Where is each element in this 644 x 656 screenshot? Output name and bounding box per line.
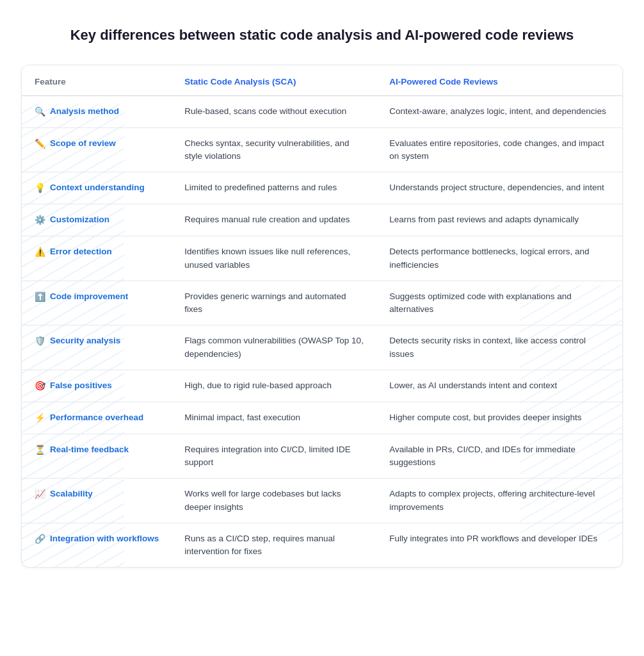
link-icon: 🔗: [35, 532, 45, 546]
warning-icon: ⚠️: [35, 245, 45, 259]
feature-cell: ⬆️ Code improvement: [22, 281, 172, 325]
col-header-ai: AI-Powered Code Reviews: [376, 65, 622, 96]
feature-cell: 🔗 Integration with workflows: [22, 523, 172, 567]
chart-icon: 📈: [35, 488, 45, 501]
table-row: ⬆️ Code improvement Provides generic war…: [22, 281, 622, 325]
table-row: ⚠️ Error detection Identifies known issu…: [22, 236, 622, 281]
comparison-table-container: Feature Static Code Analysis (SCA) AI-Po…: [21, 65, 623, 568]
ai-cell: Fully integrates into PR workflows and d…: [376, 523, 622, 567]
feature-label: Error detection: [50, 245, 112, 258]
feature-label: Customization: [50, 213, 109, 226]
table-row: ✏️ Scope of review Checks syntax, securi…: [22, 127, 622, 172]
feature-cell: 🎯 False positives: [22, 370, 172, 402]
feature-cell: 🛡️ Security analysis: [22, 325, 172, 370]
feature-label: Scalability: [50, 488, 93, 500]
target-icon: 🎯: [35, 379, 45, 393]
ai-cell: Learns from past reviews and adapts dyna…: [376, 204, 622, 236]
ai-cell: Understands project structure, dependenc…: [376, 172, 622, 204]
sca-cell: Flags common vulnerabilities (OWASP Top …: [172, 325, 376, 370]
feature-cell: ⚠️ Error detection: [22, 236, 172, 281]
feature-label: Integration with workflows: [50, 532, 159, 545]
page-title: Key differences between static code anal…: [70, 26, 574, 45]
table-row: ⏳ Real-time feedback Requires integratio…: [22, 434, 622, 479]
ai-cell: Detects security risks in context, like …: [376, 325, 622, 370]
feature-label: Security analysis: [50, 334, 120, 347]
feature-label: Real-time feedback: [50, 443, 129, 456]
ai-cell: Lower, as AI understands intent and cont…: [376, 370, 622, 402]
sca-cell: Requires manual rule creation and update…: [172, 204, 376, 236]
feature-label: Performance overhead: [50, 411, 143, 424]
feature-cell: 📈 Scalability: [22, 479, 172, 523]
hourglass-icon: ⏳: [35, 443, 45, 457]
shield-icon: 🛡️: [35, 334, 45, 348]
search-icon: 🔍: [35, 105, 45, 119]
table-row: 🔗 Integration with workflows Runs as a C…: [22, 523, 622, 567]
table-row: 🛡️ Security analysis Flags common vulner…: [22, 325, 622, 370]
sca-cell: Provides generic warnings and automated …: [172, 281, 376, 325]
comparison-table: Feature Static Code Analysis (SCA) AI-Po…: [22, 65, 622, 568]
feature-label: Code improvement: [50, 290, 128, 303]
col-header-feature: Feature: [22, 65, 172, 96]
table-row: 🔍 Analysis method Rule-based, scans code…: [22, 95, 622, 127]
feature-cell: ⚡ Performance overhead: [22, 402, 172, 434]
sca-cell: Minimal impact, fast execution: [172, 402, 376, 434]
table-row: ⚙️ Customization Requires manual rule cr…: [22, 204, 622, 236]
ai-cell: Context-aware, analyzes logic, intent, a…: [376, 95, 622, 127]
feature-label: Scope of review: [50, 137, 116, 150]
sca-cell: High, due to rigid rule-based approach: [172, 370, 376, 402]
col-header-sca: Static Code Analysis (SCA): [172, 65, 376, 96]
feature-cell: 🔍 Analysis method: [22, 95, 172, 127]
sca-cell: Checks syntax, security vulnerabilities,…: [172, 127, 376, 172]
arrow-up-icon: ⬆️: [35, 290, 45, 304]
feature-label: False positives: [50, 379, 112, 392]
ai-cell: Adapts to complex projects, offering arc…: [376, 479, 622, 523]
pencil-icon: ✏️: [35, 137, 45, 151]
sca-cell: Rule-based, scans code without execution: [172, 95, 376, 127]
table-row: 🎯 False positives High, due to rigid rul…: [22, 370, 622, 402]
feature-cell: ⚙️ Customization: [22, 204, 172, 236]
table-row: ⚡ Performance overhead Minimal impact, f…: [22, 402, 622, 434]
feature-cell: ⏳ Real-time feedback: [22, 434, 172, 479]
table-row: 💡 Context understanding Limited to prede…: [22, 172, 622, 204]
table-header-row: Feature Static Code Analysis (SCA) AI-Po…: [22, 65, 622, 96]
sca-cell: Limited to predefined patterns and rules: [172, 172, 376, 204]
feature-cell: 💡 Context understanding: [22, 172, 172, 204]
ai-cell: Detects performance bottlenecks, logical…: [376, 236, 622, 281]
sca-cell: Runs as a CI/CD step, requires manual in…: [172, 523, 376, 567]
table-body: 🔍 Analysis method Rule-based, scans code…: [22, 95, 622, 567]
sca-cell: Works well for large codebases but lacks…: [172, 479, 376, 523]
ai-cell: Suggests optimized code with explanation…: [376, 281, 622, 325]
table-row: 📈 Scalability Works well for large codeb…: [22, 479, 622, 523]
ai-cell: Available in PRs, CI/CD, and IDEs for im…: [376, 434, 622, 479]
feature-label: Analysis method: [50, 105, 119, 118]
lightbulb-icon: 💡: [35, 181, 45, 195]
feature-cell: ✏️ Scope of review: [22, 127, 172, 172]
sca-cell: Requires integration into CI/CD, limited…: [172, 434, 376, 479]
gear-icon: ⚙️: [35, 213, 45, 227]
ai-cell: Higher compute cost, but provides deeper…: [376, 402, 622, 434]
feature-label: Context understanding: [50, 181, 145, 194]
ai-cell: Evaluates entire repositories, code chan…: [376, 127, 622, 172]
sca-cell: Identifies known issues like null refere…: [172, 236, 376, 281]
lightning-icon: ⚡: [35, 411, 45, 425]
